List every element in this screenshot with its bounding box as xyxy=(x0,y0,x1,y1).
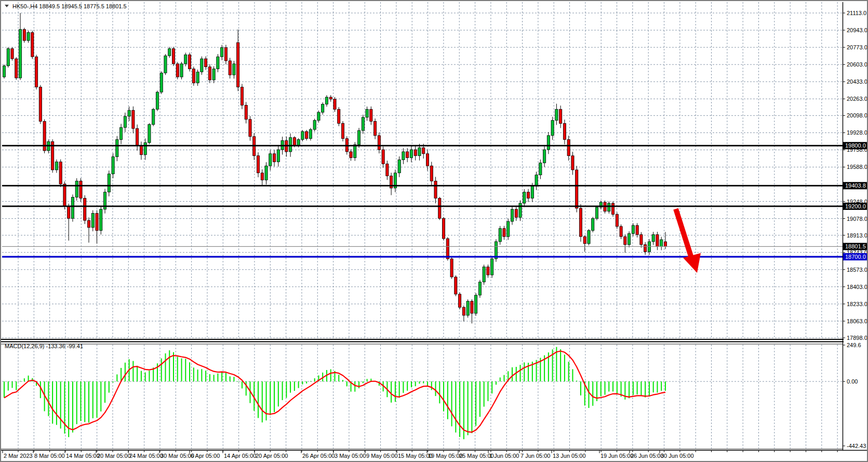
bear-candle xyxy=(188,55,191,69)
bear-candle xyxy=(430,166,433,181)
macd-histogram-bar xyxy=(221,372,222,381)
macd-histogram-bar xyxy=(484,381,485,407)
bull-candle xyxy=(75,181,78,197)
bull-candle xyxy=(233,64,235,75)
time-tick-label: 14 Apr 05:00 xyxy=(224,453,256,459)
bull-candle xyxy=(595,207,598,218)
bull-candle xyxy=(357,130,360,144)
candlestick-chart[interactable]: 21113.020943.020773.020603.020433.020263… xyxy=(1,1,867,461)
macd-histogram-bar xyxy=(524,362,525,381)
macd-histogram-bar xyxy=(310,381,311,381)
macd-histogram-bar xyxy=(330,369,331,381)
bear-candle xyxy=(257,156,259,173)
macd-histogram-bar xyxy=(617,381,618,394)
macd-histogram-bar xyxy=(512,367,513,381)
macd-histogram-bar xyxy=(415,381,416,386)
bear-candle xyxy=(559,109,562,123)
bull-candle xyxy=(148,124,151,142)
axes: 21113.020943.020773.020603.020433.020263… xyxy=(1,2,867,459)
bull-candle xyxy=(592,218,594,230)
macd-histogram-bar xyxy=(645,381,646,398)
bull-candle xyxy=(483,267,485,282)
bear-candle xyxy=(620,227,622,236)
bear-candle xyxy=(438,198,441,218)
macd-histogram-bar xyxy=(4,381,5,398)
price-tick-label: 18403.0 xyxy=(847,284,867,290)
macd-label: MACD(12,26,9) -133.36 -99.41 xyxy=(5,343,83,349)
bear-candle xyxy=(293,138,296,146)
bull-candle xyxy=(322,104,324,113)
price-tick-label: 18233.0 xyxy=(847,301,867,307)
price-tick-label: 21113.0 xyxy=(847,10,866,16)
macd-histogram-bar xyxy=(395,381,396,402)
macd-histogram-bar xyxy=(64,381,65,433)
bear-candle xyxy=(172,49,175,64)
bear-candle xyxy=(237,43,239,87)
macd-histogram-bar xyxy=(12,381,13,388)
symbol-dropdown-icon[interactable] xyxy=(5,5,9,7)
bear-candle xyxy=(455,277,457,294)
bear-candle xyxy=(35,57,37,87)
bear-candle xyxy=(132,110,135,128)
macd-histogram-bar xyxy=(491,381,492,393)
support-resistance-line xyxy=(2,145,843,147)
bear-candle xyxy=(96,213,98,230)
bear-candle xyxy=(338,109,340,123)
bear-candle xyxy=(611,203,614,214)
macd-histogram-bar xyxy=(346,381,348,386)
bear-candle xyxy=(579,208,582,236)
price-tick-label: 20433.0 xyxy=(847,78,867,85)
macd-histogram-bar xyxy=(100,381,101,412)
macd-histogram-bar xyxy=(367,379,368,381)
macd-histogram-bar xyxy=(262,381,263,423)
macd-histogram-bar xyxy=(181,359,182,381)
bear-candle xyxy=(23,30,25,41)
price-tick-label: 20943.0 xyxy=(847,27,867,33)
bull-candle xyxy=(160,73,163,92)
bear-candle xyxy=(487,267,489,275)
macd-histogram-bar xyxy=(455,381,456,432)
bull-candle xyxy=(297,140,300,146)
macd-histogram-bar xyxy=(363,381,364,383)
time-tick-label: 15 May 05:00 xyxy=(398,453,433,459)
chart-window: 21113.020943.020773.020603.020433.020263… xyxy=(0,0,868,462)
bull-candle xyxy=(100,209,102,231)
bear-candle xyxy=(644,245,647,252)
macd-histogram-bar xyxy=(358,381,359,388)
bull-candle xyxy=(116,140,118,157)
bear-candle xyxy=(434,181,437,198)
macd-histogram-bar xyxy=(399,381,400,398)
bull-candle xyxy=(201,59,203,72)
level-price-badge-label: 19800.0 xyxy=(845,142,866,149)
macd-histogram-bar xyxy=(475,381,476,426)
bear-candle xyxy=(414,150,417,156)
macd-histogram-bar xyxy=(48,381,49,416)
bear-candle xyxy=(422,148,425,154)
macd-histogram-bar xyxy=(612,381,613,391)
bull-candle xyxy=(71,197,74,218)
bear-candle xyxy=(442,218,445,239)
time-tick-label: 25 May 05:00 xyxy=(459,453,494,459)
time-tick-label: 6 Apr 05:00 xyxy=(191,453,220,459)
macd-histogram-bar xyxy=(16,381,17,390)
time-tick-label: 7 Jun 05:00 xyxy=(520,453,551,459)
bull-candle xyxy=(499,229,501,242)
macd-histogram-bar xyxy=(189,362,190,381)
macd-histogram-bar xyxy=(149,371,150,381)
bull-candle xyxy=(168,49,171,56)
bull-candle xyxy=(475,295,477,313)
macd-histogram-bar xyxy=(8,381,9,390)
macd-histogram-bar xyxy=(258,381,259,418)
macd-axis-label: 0.00 xyxy=(847,378,858,385)
panel-separator xyxy=(1,341,844,342)
bear-candle xyxy=(350,152,352,158)
macd-histogram-bar xyxy=(56,381,57,425)
time-tick-label: 26 Apr 05:00 xyxy=(302,453,335,459)
macd-histogram-bar xyxy=(403,381,404,393)
time-tick-label: 19 Jun 05:00 xyxy=(600,453,634,459)
bear-candle xyxy=(386,164,389,176)
bull-candle xyxy=(402,152,405,160)
bull-candle xyxy=(531,186,533,198)
macd-histogram-bar xyxy=(439,381,440,403)
bull-candle xyxy=(362,117,364,130)
